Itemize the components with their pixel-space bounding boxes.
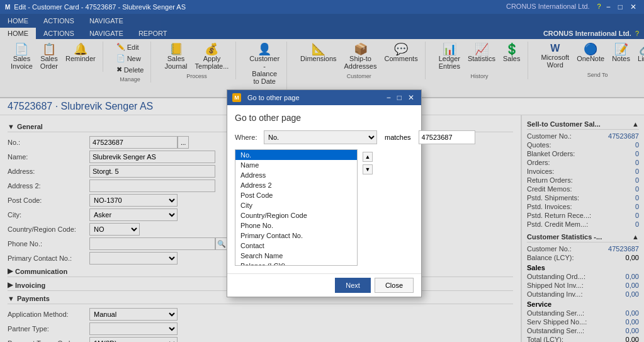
modal-overlay: M Go to other page − □ ✕ Go to other pag… (0, 14, 644, 342)
modal-heading: Go to other page (235, 113, 414, 123)
dropdown-item-search-name[interactable]: Search Name (235, 251, 357, 261)
maximize-btn[interactable]: □ (616, 3, 625, 11)
dropdown-item-contact[interactable]: Contact (235, 241, 357, 251)
modal-title: Go to other page (247, 94, 300, 101)
dropdown-item-phone[interactable]: Phone No. (235, 220, 357, 231)
dropdown-item-address[interactable]: Address (235, 170, 357, 180)
modal-maximize-btn[interactable]: □ (395, 93, 404, 102)
window-title: Edit - Customer Card - 47523687 - Slubre… (14, 3, 186, 11)
modal-close-btn[interactable]: ✕ (406, 93, 416, 102)
modal-where-label: Where: (235, 134, 260, 141)
dropdown-open-area: No. Name Address Address 2 Post Code Cit… (235, 149, 414, 266)
dropdown-item-no[interactable]: No. (235, 150, 357, 160)
modal-icon: M (232, 93, 241, 102)
help-icon: ? (597, 3, 601, 11)
modal-matches-label: matches (385, 134, 411, 141)
modal-footer: Next Close (227, 273, 421, 297)
modal-minimize-btn[interactable]: − (385, 93, 393, 102)
modal-where-row: Where: No. Name Address Address 2 Post C… (235, 130, 414, 144)
dropdown-item-city[interactable]: City (235, 200, 357, 210)
dropdown-item-balance[interactable]: Balance (LCY) (235, 261, 357, 266)
next-btn[interactable]: Next (335, 278, 371, 293)
modal-scroll-btns: ▲ ▼ (363, 149, 373, 174)
modal-where-container: No. Name Address Address 2 Post Code Cit… (264, 130, 377, 144)
dropdown-item-postcode[interactable]: Post Code (235, 190, 357, 200)
modal-where-select[interactable]: No. Name Address Address 2 Post Code Cit… (264, 130, 377, 144)
dropdown-item-country[interactable]: Country/Region Code (235, 210, 357, 220)
modal-matches-input[interactable] (419, 130, 475, 144)
scroll-up-btn[interactable]: ▲ (363, 152, 373, 162)
goto-modal: M Go to other page − □ ✕ Go to other pag… (227, 89, 422, 297)
cronus-label: CRONUS International Ltd. (506, 3, 590, 11)
dropdown-item-address2[interactable]: Address 2 (235, 180, 357, 190)
dropdown-item-primary-contact[interactable]: Primary Contact No. (235, 231, 357, 241)
app-logo: M (5, 4, 10, 11)
modal-content: Go to other page Where: No. Name Address… (227, 105, 421, 273)
modal-titlebar: M Go to other page − □ ✕ (227, 90, 421, 105)
dropdown-list[interactable]: No. Name Address Address 2 Post Code Cit… (235, 149, 358, 266)
title-bar: M Edit - Customer Card - 47523687 - Slub… (0, 0, 644, 14)
minimize-btn[interactable]: − (604, 3, 613, 11)
dropdown-item-name[interactable]: Name (235, 160, 357, 170)
scroll-down-btn[interactable]: ▼ (363, 164, 373, 174)
close-btn[interactable]: ✕ (628, 3, 639, 11)
close-btn[interactable]: Close (375, 278, 414, 293)
